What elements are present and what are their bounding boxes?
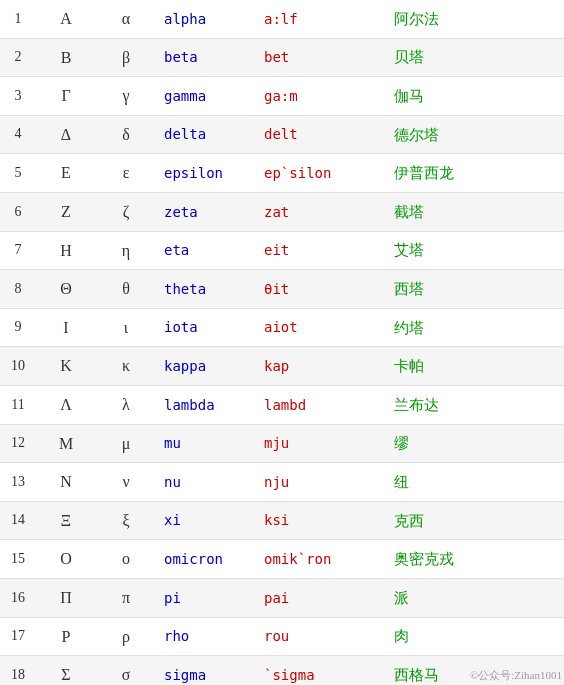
greek-phonetic: omik`ron	[256, 540, 386, 579]
greek-name: omicron	[156, 540, 256, 579]
greek-name: xi	[156, 501, 256, 540]
greek-phonetic: ksi	[256, 501, 386, 540]
greek-lowercase: ο	[96, 540, 156, 579]
greek-name: sigma	[156, 656, 256, 685]
greek-chinese: 艾塔	[386, 231, 564, 270]
greek-phonetic: θit	[256, 270, 386, 309]
greek-uppercase: Α	[36, 0, 96, 38]
greek-phonetic: `sigma	[256, 656, 386, 685]
row-number: 10	[0, 347, 36, 386]
table-row: 11 Λ λ lambda lambd 兰布达	[0, 385, 564, 424]
greek-lowercase: ξ	[96, 501, 156, 540]
table-row: 15 Ο ο omicron omik`ron 奥密克戎	[0, 540, 564, 579]
greek-uppercase: Ι	[36, 308, 96, 347]
greek-chinese: 阿尔法	[386, 0, 564, 38]
greek-lowercase: η	[96, 231, 156, 270]
greek-chinese: 派	[386, 578, 564, 617]
row-number: 6	[0, 192, 36, 231]
row-number: 9	[0, 308, 36, 347]
greek-phonetic: eit	[256, 231, 386, 270]
greek-uppercase: Ε	[36, 154, 96, 193]
greek-uppercase: Ζ	[36, 192, 96, 231]
table-row: 17 Ρ ρ rho rou 肉	[0, 617, 564, 656]
greek-chinese: 西塔	[386, 270, 564, 309]
greek-lowercase: ρ	[96, 617, 156, 656]
greek-chinese: 肉	[386, 617, 564, 656]
row-number: 14	[0, 501, 36, 540]
row-number: 12	[0, 424, 36, 463]
row-number: 15	[0, 540, 36, 579]
greek-lowercase: μ	[96, 424, 156, 463]
greek-phonetic: pai	[256, 578, 386, 617]
row-number: 8	[0, 270, 36, 309]
greek-phonetic: aiot	[256, 308, 386, 347]
greek-chinese: 截塔	[386, 192, 564, 231]
greek-name: mu	[156, 424, 256, 463]
row-number: 4	[0, 115, 36, 154]
row-number: 1	[0, 0, 36, 38]
greek-uppercase: Λ	[36, 385, 96, 424]
greek-name: delta	[156, 115, 256, 154]
greek-lowercase: λ	[96, 385, 156, 424]
greek-uppercase: Κ	[36, 347, 96, 386]
greek-uppercase: Σ	[36, 656, 96, 685]
greek-phonetic: rou	[256, 617, 386, 656]
greek-name: epsilon	[156, 154, 256, 193]
table-row: 7 Η η eta eit 艾塔	[0, 231, 564, 270]
greek-uppercase: Μ	[36, 424, 96, 463]
table-row: 12 Μ μ mu mju 缪	[0, 424, 564, 463]
watermark: ©公众号:Zihan1001	[470, 668, 562, 683]
greek-name: pi	[156, 578, 256, 617]
greek-phonetic: nju	[256, 463, 386, 502]
greek-chinese: 伊普西龙	[386, 154, 564, 193]
greek-name: beta	[156, 38, 256, 77]
row-number: 16	[0, 578, 36, 617]
greek-uppercase: Θ	[36, 270, 96, 309]
greek-lowercase: γ	[96, 77, 156, 116]
table-row: 13 Ν ν nu nju 纽	[0, 463, 564, 502]
table-row: 8 Θ θ theta θit 西塔	[0, 270, 564, 309]
greek-chinese: 德尔塔	[386, 115, 564, 154]
greek-uppercase: Β	[36, 38, 96, 77]
greek-name: lambda	[156, 385, 256, 424]
greek-name: rho	[156, 617, 256, 656]
greek-chinese: 纽	[386, 463, 564, 502]
greek-name: gamma	[156, 77, 256, 116]
greek-chinese: 贝塔	[386, 38, 564, 77]
row-number: 5	[0, 154, 36, 193]
greek-phonetic: bet	[256, 38, 386, 77]
greek-lowercase: α	[96, 0, 156, 38]
row-number: 2	[0, 38, 36, 77]
table-row: 2 Β β beta bet 贝塔	[0, 38, 564, 77]
table-row: 1 Α α alpha a:lf 阿尔法	[0, 0, 564, 38]
greek-name: eta	[156, 231, 256, 270]
greek-uppercase: Ο	[36, 540, 96, 579]
table-row: 5 Ε ε epsilon ep`silon 伊普西龙	[0, 154, 564, 193]
row-number: 3	[0, 77, 36, 116]
greek-uppercase: Π	[36, 578, 96, 617]
greek-uppercase: Ν	[36, 463, 96, 502]
greek-chinese: 兰布达	[386, 385, 564, 424]
table-row: 4 Δ δ delta delt 德尔塔	[0, 115, 564, 154]
row-number: 13	[0, 463, 36, 502]
greek-uppercase: Γ	[36, 77, 96, 116]
greek-chinese: 卡帕	[386, 347, 564, 386]
greek-phonetic: delt	[256, 115, 386, 154]
greek-name: iota	[156, 308, 256, 347]
greek-lowercase: ε	[96, 154, 156, 193]
greek-phonetic: zat	[256, 192, 386, 231]
table-row: 16 Π π pi pai 派	[0, 578, 564, 617]
greek-chinese: 克西	[386, 501, 564, 540]
greek-lowercase: β	[96, 38, 156, 77]
greek-name: alpha	[156, 0, 256, 38]
greek-phonetic: lambd	[256, 385, 386, 424]
greek-alphabet-table: 1 Α α alpha a:lf 阿尔法 2 Β β beta bet 贝塔 3…	[0, 0, 564, 685]
row-number: 7	[0, 231, 36, 270]
row-number: 17	[0, 617, 36, 656]
greek-chinese: 伽马	[386, 77, 564, 116]
greek-lowercase: ζ	[96, 192, 156, 231]
table-row: 3 Γ γ gamma ga:m 伽马	[0, 77, 564, 116]
greek-phonetic: ga:m	[256, 77, 386, 116]
greek-lowercase: κ	[96, 347, 156, 386]
greek-uppercase: Δ	[36, 115, 96, 154]
